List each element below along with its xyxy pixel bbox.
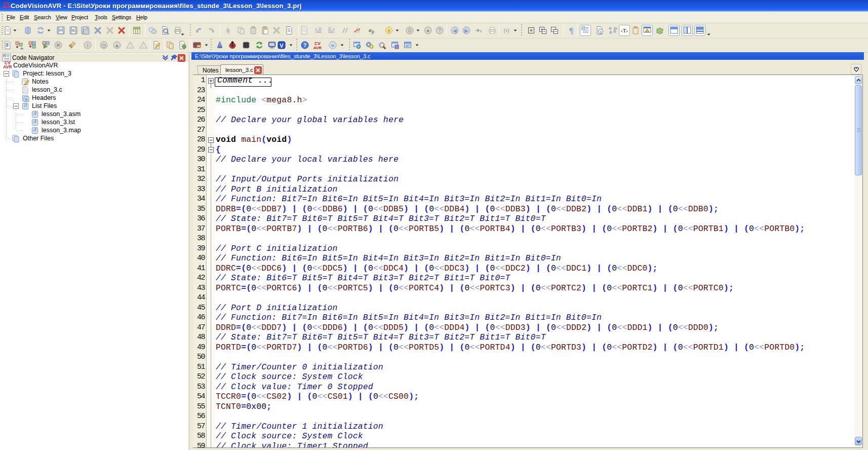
svg-text:h: h xyxy=(25,98,27,101)
svg-text:!: ! xyxy=(143,44,144,49)
svg-text:◷: ◷ xyxy=(102,43,106,48)
svg-text:¶: ¶ xyxy=(569,26,573,35)
svg-text:V: V xyxy=(280,43,284,49)
svg-text:‹T›: ‹T› xyxy=(621,27,628,33)
svg-text:AVR: AVR xyxy=(313,46,322,50)
svg-text:0: 0 xyxy=(387,28,390,33)
svg-text:f(x): f(x) xyxy=(614,26,617,30)
svg-text:▶: ▶ xyxy=(464,28,468,33)
svg-text:▲: ▲ xyxy=(114,43,120,48)
svg-text:◀: ◀ xyxy=(453,28,457,33)
svg-text:?: ? xyxy=(303,43,306,48)
svg-text:!: ! xyxy=(130,44,131,49)
svg-text:x: x xyxy=(479,28,482,33)
svg-text:0: 0 xyxy=(408,28,411,33)
svg-text:β: β xyxy=(371,29,374,34)
svg-text:(•): (•) xyxy=(503,27,509,33)
svg-text:●: ● xyxy=(426,28,429,33)
svg-text:?: ? xyxy=(438,28,441,33)
svg-text:i: i xyxy=(600,30,601,34)
svg-text:w: w xyxy=(331,43,334,48)
svg-text:i: i xyxy=(87,43,88,48)
